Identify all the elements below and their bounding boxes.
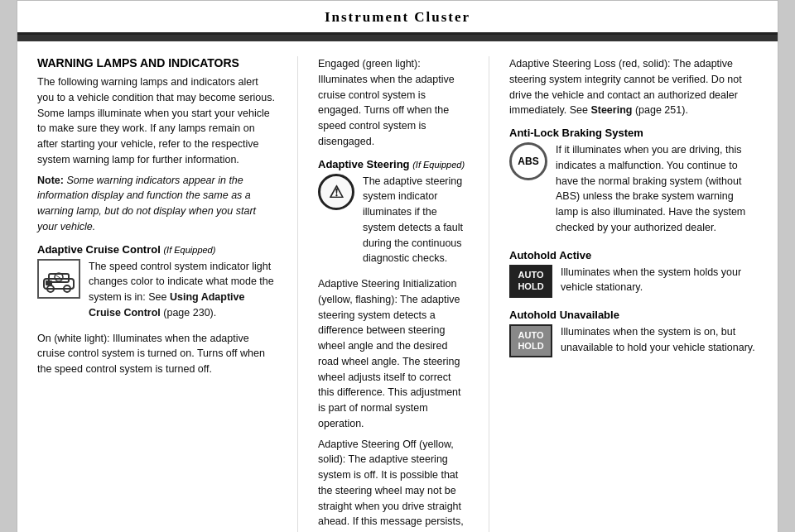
acc-engaged-text: Engaged (green light): Illuminates when … xyxy=(318,56,469,150)
abs-indicator-row: ABS If it illuminates when you are drivi… xyxy=(509,142,758,241)
acc-icon xyxy=(41,262,77,295)
autohold-unavail-icon: AUTO HOLD xyxy=(509,324,552,357)
adaptive-steering-title: Adaptive Steering (If Equipped) xyxy=(318,158,469,170)
adaptive-steering-desc: The adaptive steering system indicator i… xyxy=(363,174,469,267)
page-header: Instrument Cluster xyxy=(17,1,778,35)
adaptive-steering-icon-container: ⚠ xyxy=(318,174,354,210)
autohold-active-row: AUTO HOLD Illuminates when the system ho… xyxy=(509,265,758,301)
note-body: Some warning indicators appear in the in… xyxy=(37,175,256,232)
acc-icon-box xyxy=(37,259,80,299)
autohold-unavail-row: AUTO HOLD Illuminates when the system is… xyxy=(509,324,758,361)
acc-title: Adaptive Cruise Control (If Equipped) xyxy=(37,243,277,256)
left-column: WARNING LAMPS AND INDICATORS The followi… xyxy=(37,56,277,532)
top-bar xyxy=(17,35,778,41)
left-divider xyxy=(297,56,298,532)
acc-indicator-row: The speed control system indicator light… xyxy=(37,259,277,326)
warning-lamps-title: WARNING LAMPS AND INDICATORS xyxy=(37,56,277,69)
middle-column: Engaged (green light): Illuminates when … xyxy=(318,56,469,532)
right-column: Adaptive Steering Loss (red, solid): The… xyxy=(509,56,758,532)
abs-title: Anti-Lock Braking System xyxy=(509,127,758,139)
adaptive-init-text: Adaptive Steering Initialization (yellow… xyxy=(318,276,469,432)
right-divider xyxy=(489,56,489,532)
adaptive-steering-indicator-row: ⚠ The adaptive steering system indicator… xyxy=(318,174,469,272)
abs-desc: If it illuminates when you are driving, … xyxy=(556,142,758,236)
adaptive-loss-text: Adaptive Steering Loss (red, solid): The… xyxy=(509,56,758,118)
note-label: Note: xyxy=(37,175,64,186)
note-text: Note: Some warning indicators appear in … xyxy=(37,173,277,235)
page-container: Instrument Cluster WARNING LAMPS AND IND… xyxy=(17,0,778,532)
adaptive-off-text: Adaptive Steering Off (yellow, solid): T… xyxy=(318,437,469,533)
adaptive-steering-icon: ⚠ xyxy=(318,174,354,210)
autohold-active-text: Illuminates when the system holds your v… xyxy=(561,265,758,296)
autohold-unavail-title: Autohold Unavailable xyxy=(509,309,758,321)
svg-rect-6 xyxy=(46,280,52,285)
autohold-active-icon: AUTO HOLD xyxy=(509,265,552,298)
acc-desc-text: The speed control system indicator light… xyxy=(89,259,277,321)
acc-on-text: On (white light): Illuminates when the a… xyxy=(37,331,277,377)
autohold-unavail-text: Illuminates when the system is on, but u… xyxy=(561,324,758,356)
autohold-active-title: Autohold Active xyxy=(509,249,758,261)
warning-lamps-intro: The following warning lamps and indicato… xyxy=(37,74,277,168)
page-title: Instrument Cluster xyxy=(325,9,470,25)
content-area: WARNING LAMPS AND INDICATORS The followi… xyxy=(17,41,778,532)
abs-icon: ABS xyxy=(509,142,547,180)
